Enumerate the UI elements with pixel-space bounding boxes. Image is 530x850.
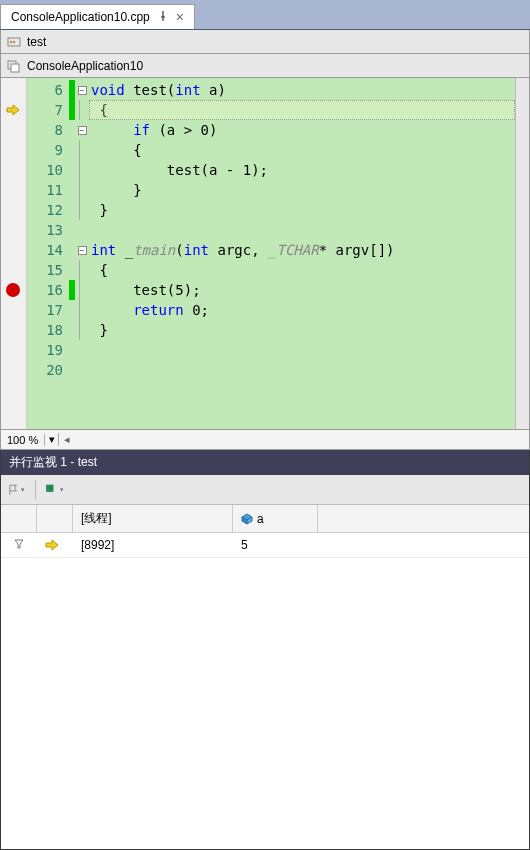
watch-toolbar: ▾ ▾ <box>1 475 529 505</box>
project-icon <box>7 59 21 73</box>
nav-function-text: test <box>27 35 46 49</box>
watch-header-empty[interactable] <box>37 505 73 532</box>
tab-bar: ConsoleApplication10.cpp × <box>0 0 530 30</box>
line-number-gutter: 67891011121314151617181920 <box>27 78 69 429</box>
watch-body: [8992]5 <box>1 533 529 849</box>
watch-header-extra[interactable] <box>318 505 529 532</box>
nav-project-text: ConsoleApplication10 <box>27 59 143 73</box>
code-editor: 67891011121314151617181920 −−− void test… <box>0 78 530 450</box>
fold-gutter[interactable]: −−− <box>75 78 89 429</box>
editor-status-bar: 100 % ▾ ◂ <box>0 430 530 450</box>
svg-rect-6 <box>50 485 53 488</box>
breakpoint-margin[interactable] <box>1 78 27 429</box>
watch-row-thread: [8992] <box>73 533 233 557</box>
current-thread-arrow-icon <box>45 539 59 551</box>
zoom-level: 100 % <box>1 434 45 446</box>
cube-icon <box>241 513 253 525</box>
tab-filename: ConsoleApplication10.cpp <box>11 10 150 24</box>
fold-toggle[interactable]: − <box>75 120 89 140</box>
watch-header-thread[interactable]: [线程] <box>73 505 233 532</box>
flag-dropdown-icon[interactable]: ▾ <box>7 481 25 499</box>
breakpoint-icon[interactable] <box>6 283 20 297</box>
pin-icon[interactable] <box>158 10 168 24</box>
watch-header-margin[interactable] <box>1 505 37 532</box>
watch-row-icons <box>1 533 37 557</box>
watch-row[interactable]: [8992]5 <box>1 533 529 558</box>
watch-row-extra <box>318 533 529 557</box>
nav-scope-function[interactable]: test <box>0 30 530 54</box>
watch-row-value: 5 <box>233 533 318 557</box>
close-icon[interactable]: × <box>176 9 184 25</box>
execution-pointer-icon <box>5 100 21 120</box>
svg-point-1 <box>10 40 12 42</box>
watch-header-row: [线程] a <box>1 505 529 533</box>
code-editor-body[interactable]: 67891011121314151617181920 −−− void test… <box>0 78 530 430</box>
watch-panel-title: 并行监视 1 - test <box>1 450 529 475</box>
watch-header-variable[interactable]: a <box>233 505 318 532</box>
file-tab[interactable]: ConsoleApplication10.cpp × <box>0 4 195 29</box>
grid-dropdown-icon[interactable]: ▾ <box>46 481 64 499</box>
watch-row-arrow <box>37 533 73 557</box>
nav-scope-project[interactable]: ConsoleApplication10 <box>0 54 530 78</box>
parallel-watch-panel: 并行监视 1 - test ▾ ▾ [线程] a <box>0 450 530 850</box>
method-icon <box>7 35 21 49</box>
svg-rect-4 <box>11 64 19 72</box>
vertical-scrollbar[interactable] <box>515 78 529 429</box>
scroll-left-icon[interactable]: ◂ <box>59 433 75 446</box>
svg-rect-7 <box>47 488 50 491</box>
zoom-dropdown[interactable]: ▾ <box>45 433 59 446</box>
fold-toggle[interactable]: − <box>75 240 89 260</box>
svg-point-2 <box>13 40 15 42</box>
toolbar-separator <box>35 480 36 500</box>
code-text[interactable]: void test(int a) { if (a > 0) { test(a -… <box>89 78 515 429</box>
funnel-icon[interactable] <box>14 539 24 551</box>
svg-rect-8 <box>50 488 53 491</box>
svg-rect-5 <box>47 485 50 488</box>
watch-header-thread-label: [线程] <box>81 510 112 527</box>
watch-header-variable-label: a <box>257 512 264 526</box>
fold-toggle[interactable]: − <box>75 80 89 100</box>
